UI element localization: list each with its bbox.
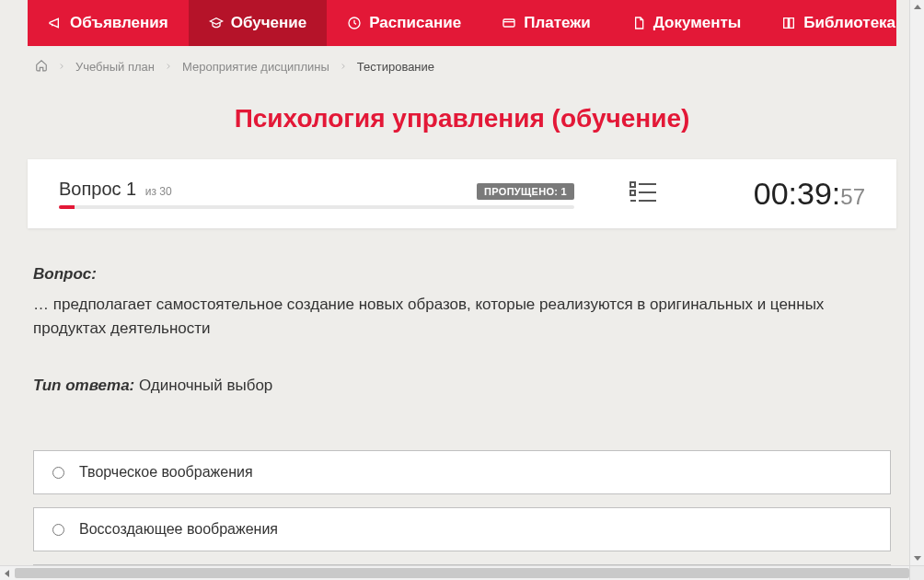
nav-item-label: Документы (653, 14, 742, 32)
nav-item-label: Библиотека (803, 14, 895, 32)
answer-radio[interactable] (52, 467, 64, 479)
answer-type: Тип ответа: Одиночный выбор (33, 377, 891, 395)
question-counter: Вопрос 1 из 30 (59, 179, 172, 200)
scroll-left-icon[interactable] (0, 566, 15, 581)
scroll-up-icon[interactable] (910, 0, 924, 15)
vertical-scrollbar[interactable] (909, 0, 924, 565)
question-text: … предполагает самостоятельное создание … (33, 293, 891, 340)
scrollbar-thumb[interactable] (15, 568, 909, 578)
nav-schedule[interactable]: Расписание (327, 0, 481, 46)
horizontal-scrollbar[interactable] (0, 565, 924, 580)
breadcrumb: Учебный план Мероприятие дисциплины Тест… (28, 46, 896, 87)
answer-label: Воссоздающее воображения (79, 521, 278, 538)
doc-icon (631, 16, 646, 30)
nav-item-label: Объявления (70, 14, 168, 32)
chevron-right-icon (164, 60, 173, 74)
nav-item-label: Обучение (231, 14, 306, 32)
svg-rect-4 (630, 191, 635, 195)
chevron-right-icon (57, 60, 66, 74)
megaphone-icon (48, 16, 63, 30)
timer: 00:39:57 (754, 176, 865, 212)
svg-rect-1 (503, 19, 514, 27)
breadcrumb-event[interactable]: Мероприятие дисциплины (182, 60, 329, 74)
page-title: Психология управления (обучение) (28, 104, 896, 133)
graduation-icon (209, 16, 224, 30)
breadcrumb-curriculum[interactable]: Учебный план (75, 60, 155, 74)
nav-item-label: Расписание (369, 14, 461, 32)
book-icon (781, 16, 796, 30)
clock-icon (347, 16, 362, 30)
nav-library[interactable]: Библиотека (761, 0, 924, 46)
answer-label: Творческое воображения (79, 464, 253, 481)
nav-bar: Объявления Обучение Расписание Платежи (28, 0, 896, 46)
nav-payments[interactable]: Платежи (481, 0, 611, 46)
scroll-down-icon[interactable] (910, 551, 924, 565)
answer-option[interactable]: Воссоздающее воображения (33, 507, 891, 551)
nav-education[interactable]: Обучение (189, 0, 327, 46)
breadcrumb-current: Тестирование (357, 60, 434, 74)
answer-radio[interactable] (52, 524, 64, 536)
chevron-right-icon (339, 60, 348, 74)
skipped-badge: ПРОПУЩЕНО: 1 (477, 183, 574, 200)
card-icon (502, 16, 516, 30)
nav-item-label: Платежи (524, 14, 591, 32)
nav-announcements[interactable]: Объявления (28, 0, 189, 46)
question-list-button[interactable] (629, 180, 657, 208)
nav-documents[interactable]: Документы (611, 0, 762, 46)
question-heading: Вопрос: (33, 265, 891, 284)
svg-rect-2 (630, 182, 635, 187)
answer-option[interactable]: Творческое воображения (33, 450, 891, 494)
status-card: Вопрос 1 из 30 ПРОПУЩЕНО: 1 (28, 159, 896, 228)
progress-bar (59, 205, 574, 209)
breadcrumb-home[interactable] (35, 59, 48, 75)
scrollbar-corner (909, 565, 924, 580)
